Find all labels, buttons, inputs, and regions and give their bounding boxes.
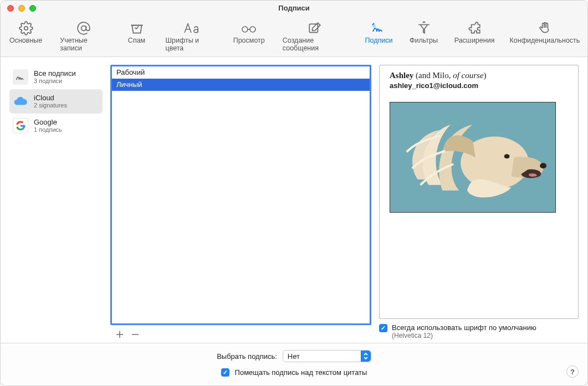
toolbar-viewing[interactable]: Просмотр xyxy=(230,18,268,53)
place-above-quote-label: Помещать подпись над текстом цитаты xyxy=(235,368,367,377)
compose-icon xyxy=(305,20,325,36)
google-icon xyxy=(13,118,28,133)
toolbar: Основные Учетные записи Спам Шрифты и цв… xyxy=(1,16,587,57)
default-font-sub: (Helvetica 12) xyxy=(392,332,536,339)
filter-icon xyxy=(414,20,434,36)
signatures-column: Рабочий Личный xyxy=(110,65,371,339)
account-name: Google xyxy=(34,118,62,126)
account-sub: 2 signatures xyxy=(34,102,67,109)
glasses-icon xyxy=(239,20,259,36)
svg-point-7 xyxy=(540,163,546,168)
toolbar-junk[interactable]: Спам xyxy=(122,18,151,53)
toolbar-accounts[interactable]: Учетные записи xyxy=(55,18,112,53)
signature-actions xyxy=(110,325,371,339)
signature-preview-column: Ashley (and Milo, of course) ashley_rico… xyxy=(379,65,579,339)
choose-signature-label: Выбрать подпись: xyxy=(217,352,277,361)
account-google[interactable]: Google 1 подпись xyxy=(9,114,103,138)
toolbar-privacy[interactable]: Конфиденциальность xyxy=(508,18,582,53)
svg-point-1 xyxy=(81,26,86,31)
toolbar-extensions[interactable]: Расширения xyxy=(451,18,498,53)
preferences-window: { "window": { "title": "Подписи" }, "too… xyxy=(0,0,588,386)
svg-point-0 xyxy=(24,27,28,30)
puzzle-icon xyxy=(464,20,484,36)
signature-name-line: Ashley (and Milo, of course) xyxy=(390,71,568,80)
toolbar-fonts-colors[interactable]: Шрифты и цвета xyxy=(161,18,220,53)
account-all-signatures[interactable]: Все подписи 3 подписи xyxy=(9,65,103,89)
font-icon xyxy=(181,20,201,36)
toolbar-general[interactable]: Основные xyxy=(6,18,45,53)
default-font-row: ✓ Всегда использовать шрифт по умолчанию… xyxy=(379,319,579,339)
account-name: iCloud xyxy=(34,94,67,102)
remove-signature-button[interactable] xyxy=(130,330,140,339)
content-area: Все подписи 3 подписи iCloud 2 signature… xyxy=(1,57,587,343)
toolbar-signatures[interactable]: Подписи xyxy=(361,18,396,53)
hand-icon xyxy=(535,20,555,36)
icloud-icon xyxy=(13,94,28,109)
svg-point-2 xyxy=(242,27,248,32)
account-sub: 3 подписи xyxy=(34,78,76,85)
signature-icon xyxy=(369,20,389,36)
choose-signature-select[interactable]: Нет xyxy=(283,350,371,362)
signature-row[interactable]: Личный xyxy=(112,79,370,91)
chevron-up-down-icon xyxy=(361,351,371,362)
signature-list[interactable]: Рабочий Личный xyxy=(110,65,371,325)
signature-email: ashley_rico1@icloud.com xyxy=(390,81,568,90)
at-icon xyxy=(74,20,94,36)
signature-icon xyxy=(13,69,28,85)
svg-point-8 xyxy=(504,154,510,158)
window-title: Подписи xyxy=(1,4,587,12)
account-icloud[interactable]: iCloud 2 signatures xyxy=(9,89,103,114)
add-signature-button[interactable] xyxy=(115,330,125,339)
bottom-bar: Выбрать подпись: Нет ✓ Помещать подпись … xyxy=(1,343,587,385)
default-font-label: Всегда использовать шрифт по умолчанию xyxy=(392,323,536,332)
signature-row[interactable]: Рабочий xyxy=(112,66,370,79)
account-name: Все подписи xyxy=(34,69,76,78)
accounts-sidebar: Все подписи 3 подписи iCloud 2 signature… xyxy=(9,65,103,339)
signature-image xyxy=(390,102,556,213)
account-sub: 1 подпись xyxy=(34,126,62,133)
gear-icon xyxy=(16,20,36,36)
svg-point-3 xyxy=(250,27,255,32)
toolbar-rules[interactable]: Фильтры xyxy=(406,18,441,53)
place-above-quote-checkbox[interactable]: ✓ xyxy=(221,368,229,377)
help-button[interactable]: ? xyxy=(566,366,579,378)
signature-editor[interactable]: Ashley (and Milo, of course) ashley_rico… xyxy=(379,65,579,319)
default-font-checkbox[interactable]: ✓ xyxy=(379,324,387,332)
titlebar: Подписи xyxy=(1,1,587,16)
toolbar-composing[interactable]: Создание сообщения xyxy=(278,18,351,53)
trash-icon xyxy=(127,20,147,36)
select-value: Нет xyxy=(288,352,361,361)
